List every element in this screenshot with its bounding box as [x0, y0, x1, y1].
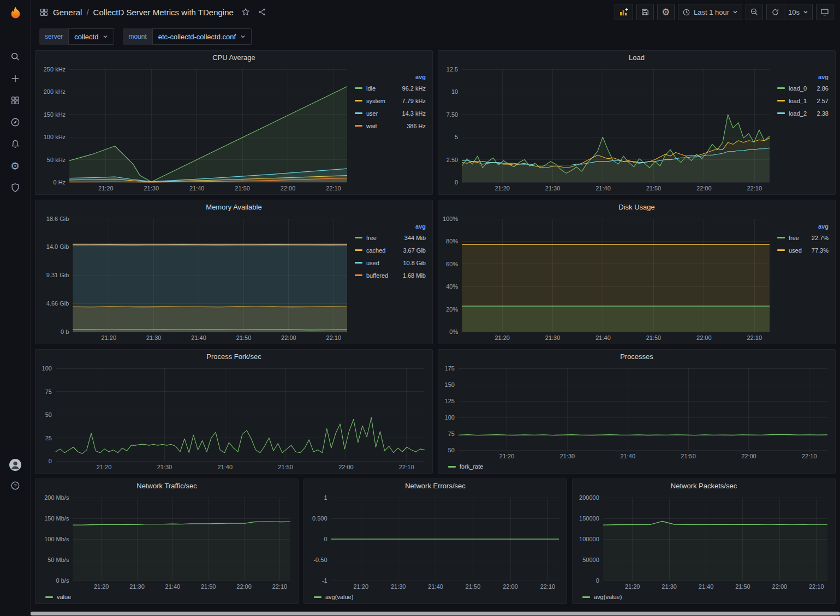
- breadcrumb-grid-icon[interactable]: [39, 8, 49, 17]
- panel-title[interactable]: Disk Usage: [438, 200, 835, 214]
- chevron-down-icon: [103, 34, 108, 39]
- svg-text:21:20: 21:20: [499, 453, 515, 459]
- legend-item[interactable]: used10.8 Gib: [355, 256, 426, 269]
- legend-item[interactable]: free22.7%: [777, 231, 829, 244]
- panel-title[interactable]: Load: [438, 51, 835, 65]
- disk-usage-chart[interactable]: 21:2021:3021:4021:5022:0022:100%20%40%60…: [440, 214, 775, 343]
- star-icon[interactable]: [241, 8, 250, 16]
- scrollbar-thumb[interactable]: [31, 612, 840, 615]
- svg-text:21:50: 21:50: [278, 464, 293, 470]
- svg-text:4.66 Gib: 4.66 Gib: [46, 300, 69, 307]
- svg-text:21:30: 21:30: [144, 185, 159, 192]
- legend-item[interactable]: free344 Mib: [355, 231, 426, 244]
- cycle-view-button[interactable]: [816, 4, 833, 20]
- legend-item[interactable]: cached3.67 Gib: [355, 244, 426, 256]
- panel-title[interactable]: Network Traffic/sec: [35, 479, 298, 493]
- svg-text:21:30: 21:30: [129, 583, 145, 590]
- panel-title[interactable]: Processes: [438, 350, 835, 364]
- panel-title[interactable]: CPU Average: [35, 51, 432, 65]
- svg-text:200 Mb/s: 200 Mb/s: [44, 494, 69, 501]
- configuration-gear-icon[interactable]: ⚙: [0, 155, 31, 177]
- panel-title[interactable]: Network Packets/sec: [573, 479, 835, 493]
- svg-text:22:00: 22:00: [772, 583, 788, 590]
- processes-legend: fork_rate: [440, 461, 833, 472]
- svg-text:14.0 Gib: 14.0 Gib: [46, 243, 69, 250]
- save-dashboard-button[interactable]: [636, 4, 654, 20]
- legend-item[interactable]: fork_rate: [448, 461, 483, 472]
- memory-available-chart[interactable]: 21:2021:3021:4021:5022:0022:100 b4.66 Gi…: [38, 214, 353, 343]
- legend-item[interactable]: user14.3 kHz: [355, 107, 426, 119]
- search-icon[interactable]: [0, 46, 31, 68]
- server-admin-shield-icon[interactable]: [0, 177, 31, 199]
- load-chart[interactable]: 21:2021:3021:4021:5022:0022:1002.5057.50…: [440, 65, 775, 193]
- series-color-swatch: [355, 249, 362, 251]
- svg-text:50: 50: [448, 447, 455, 453]
- svg-text:5: 5: [455, 134, 458, 140]
- legend-item[interactable]: load_12.57: [777, 94, 829, 107]
- legend-item[interactable]: wait386 Hz: [355, 119, 426, 132]
- load-legend: avgload_02.86load_12.57load_22.38: [775, 65, 833, 193]
- legend-item[interactable]: buffered1.68 Mib: [355, 269, 426, 282]
- refresh-interval-picker[interactable]: 10s: [784, 4, 813, 20]
- legend-item[interactable]: used77.3%: [777, 244, 829, 256]
- series-avg-value: 2.86: [817, 85, 829, 92]
- refresh-button[interactable]: [766, 4, 784, 20]
- legend-item[interactable]: avg(value): [314, 591, 353, 602]
- svg-text:21:40: 21:40: [191, 334, 206, 341]
- processes-chart[interactable]: 21:2021:3021:4021:5022:0022:105075100125…: [440, 364, 833, 461]
- svg-text:?: ?: [14, 483, 16, 488]
- network-packets-chart[interactable]: 21:2021:3021:4021:5022:0022:100500001000…: [575, 493, 833, 591]
- svg-text:21:30: 21:30: [545, 185, 561, 192]
- time-range-picker[interactable]: Last 1 hour: [678, 4, 742, 20]
- svg-text:0: 0: [455, 179, 458, 186]
- svg-text:40%: 40%: [446, 283, 458, 290]
- legend-item[interactable]: avg(value): [582, 591, 622, 602]
- create-icon[interactable]: [0, 68, 31, 89]
- network-traffic-chart[interactable]: 21:2021:3021:4021:5022:0022:100 b/s50 Mb…: [38, 493, 296, 591]
- cpu-average-chart[interactable]: 21:2021:3021:4021:5022:0022:100 Hz50 kHz…: [38, 65, 353, 193]
- svg-text:21:50: 21:50: [201, 583, 216, 590]
- svg-text:18.6 Gib: 18.6 Gib: [46, 216, 69, 222]
- svg-text:21:50: 21:50: [646, 334, 662, 341]
- alerting-bell-icon[interactable]: [0, 133, 31, 155]
- horizontal-scrollbar[interactable]: [31, 611, 840, 616]
- share-icon[interactable]: [258, 8, 266, 16]
- legend-item[interactable]: system7.79 kHz: [355, 94, 426, 107]
- add-panel-button[interactable]: [615, 4, 633, 20]
- breadcrumb-section[interactable]: General: [53, 8, 82, 17]
- svg-text:21:40: 21:40: [699, 583, 714, 590]
- panel-title[interactable]: Memory Available: [35, 200, 432, 214]
- panel-title[interactable]: Network Errors/sec: [304, 479, 567, 493]
- disk-legend: avgfree22.7%used77.3%: [775, 214, 833, 343]
- variable-server-selected: collectd: [74, 33, 98, 41]
- panel-processes: Processes 21:2021:3021:4021:5022:0022:10…: [438, 349, 836, 474]
- sidebar: ⚙ ?: [0, 0, 31, 616]
- svg-text:21:50: 21:50: [466, 583, 481, 590]
- svg-text:21:50: 21:50: [681, 453, 696, 459]
- panel-title[interactable]: Process Fork/sec: [35, 350, 432, 364]
- user-avatar[interactable]: [0, 454, 31, 476]
- variable-mount: mount etc-collectd-collectd.conf: [123, 28, 252, 45]
- explore-compass-icon[interactable]: [0, 111, 31, 133]
- help-icon[interactable]: ?: [0, 475, 31, 497]
- series-color-swatch: [45, 596, 53, 598]
- legend-header: avg: [777, 223, 829, 230]
- cpu-legend: avgidle96.2 kHzsystem7.79 kHzuser14.3 kH…: [353, 65, 430, 193]
- grafana-logo[interactable]: [0, 0, 31, 26]
- variable-mount-value[interactable]: etc-collectd-collectd.conf: [152, 28, 252, 45]
- svg-text:0%: 0%: [449, 328, 458, 335]
- series-name: load_2: [789, 110, 813, 117]
- legend-item[interactable]: value: [45, 591, 71, 602]
- legend-item[interactable]: load_02.86: [777, 82, 829, 94]
- series-avg-value: 2.57: [817, 98, 829, 104]
- process-fork-chart[interactable]: 21:2021:3021:4021:5022:0022:100255075100: [38, 364, 430, 472]
- variable-server-value[interactable]: collectd: [68, 28, 114, 45]
- dashboard-settings-button[interactable]: ⚙: [657, 4, 675, 20]
- zoom-out-button[interactable]: [746, 4, 763, 20]
- dashboards-icon[interactable]: [0, 89, 31, 111]
- network-errors-chart[interactable]: 21:2021:3021:4021:5022:0022:10-1-0.5000.…: [306, 493, 564, 591]
- legend-item[interactable]: load_22.38: [777, 107, 829, 119]
- svg-text:2.50: 2.50: [446, 157, 458, 163]
- svg-text:22:10: 22:10: [747, 334, 762, 341]
- legend-item[interactable]: idle96.2 kHz: [355, 82, 426, 94]
